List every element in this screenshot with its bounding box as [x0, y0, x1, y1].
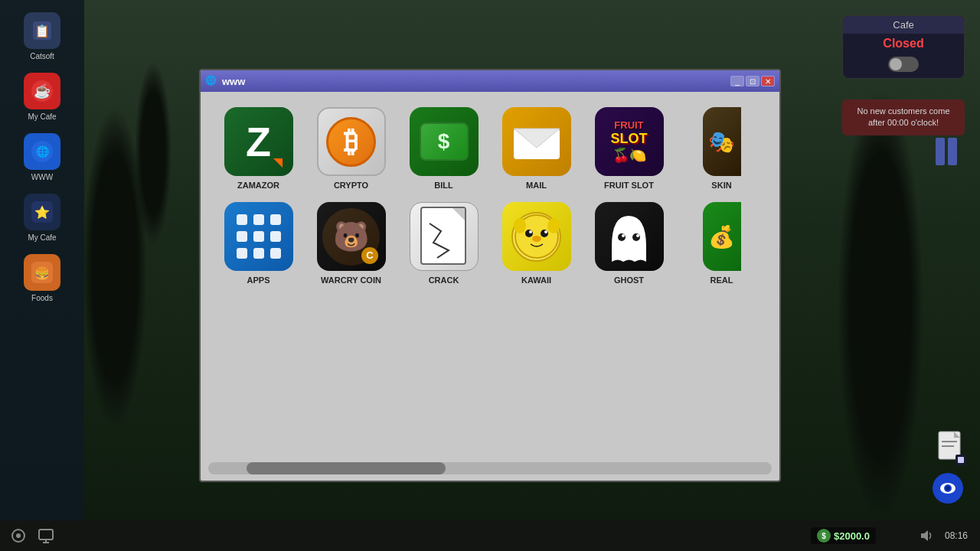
catsoft-icon: 📋 — [30, 18, 54, 43]
window-content: Z ZAMAZOR ₿ CRYPTO — [201, 92, 779, 462]
app-fruitslot[interactable]: FRUIT SLOT 🍒🍋 FRUIT SLOT — [586, 107, 671, 190]
svg-point-30 — [618, 233, 626, 241]
app-real[interactable]: 💰 REAL — [679, 202, 764, 285]
svg-point-33 — [636, 234, 639, 237]
zamazor-label: ZAMAZOR — [237, 181, 279, 190]
sidebar-item-mycafe[interactable]: ☕ My Cafe — [10, 68, 75, 126]
taskbar-settings-icon[interactable] — [8, 525, 29, 546]
svg-point-35 — [16, 533, 21, 538]
mycafe2-icon: ⭐ — [28, 198, 56, 226]
close-button[interactable]: ✕ — [761, 76, 775, 86]
cafe-status: Closed — [843, 34, 964, 54]
warcry-icon: 🐻 C — [317, 202, 386, 271]
pause-button[interactable] — [936, 138, 957, 165]
cafe-toggle[interactable] — [843, 54, 964, 78]
kawaii-icon — [502, 202, 571, 271]
taskbar-display-icon[interactable] — [35, 525, 57, 546]
taskbar-time: 08:16 — [940, 530, 972, 541]
eye-icon[interactable] — [931, 471, 965, 505]
apps-label: APPS — [247, 276, 270, 285]
sidebar-item-mycafe2[interactable]: ⭐ My Cafe — [10, 189, 75, 246]
pause-bar-left — [936, 138, 945, 165]
svg-text:🌐: 🌐 — [36, 145, 50, 158]
minimize-button[interactable]: _ — [730, 76, 744, 86]
app-apps[interactable]: APPS — [216, 202, 301, 285]
crack-label: CRACK — [429, 276, 459, 285]
svg-text:🍔: 🍔 — [34, 266, 50, 280]
www-window: 🌐 www _ ⊡ ✕ Z ZAMAZOR — [199, 69, 781, 482]
cafe-title: Cafe — [843, 16, 964, 34]
cafe-notice: No new customers come after 00:00 o'cloc… — [842, 99, 965, 135]
sidebar-foods-label: Foods — [31, 294, 53, 302]
taskbar: $ $2000.0 08:16 — [0, 520, 980, 551]
window-scrollbar[interactable] — [208, 462, 772, 474]
svg-point-13 — [946, 486, 950, 491]
svg-rect-36 — [39, 530, 53, 540]
app-warcry[interactable]: 🐻 C WARCRY COIN — [309, 202, 394, 285]
apps-icon — [224, 202, 293, 271]
sidebar: 📋 Catsoft ☕ My Cafe 🌐 WWW ⭐ — [0, 0, 84, 520]
svg-rect-16 — [942, 441, 957, 442]
svg-point-26 — [541, 230, 548, 237]
foods-icon: 🍔 — [28, 259, 56, 286]
skin-icon: 🎭 — [703, 107, 741, 176]
crack-svg — [422, 208, 466, 265]
pause-bar-right — [948, 138, 957, 165]
svg-point-23 — [514, 218, 526, 233]
sidebar-item-www[interactable]: 🌐 WWW — [10, 129, 75, 186]
svg-text:⭐: ⭐ — [34, 205, 50, 220]
ghost-icon — [595, 202, 664, 271]
toggle-track[interactable] — [888, 57, 919, 72]
bill-icon: $ — [410, 107, 479, 176]
audio-icon — [919, 528, 934, 543]
money-amount: $2000.0 — [834, 530, 870, 542]
app-crack[interactable]: CRACK — [401, 202, 486, 285]
svg-point-29 — [532, 236, 541, 242]
window-controls: _ ⊡ ✕ — [730, 76, 775, 86]
app-bill[interactable]: $ BILL — [401, 107, 486, 190]
app-zamazor[interactable]: Z ZAMAZOR — [216, 107, 301, 190]
app-crypto[interactable]: ₿ CRYPTO — [309, 107, 394, 190]
apps-dots — [230, 208, 287, 265]
ghost-svg — [604, 208, 654, 266]
app-skin[interactable]: 🎭 SKIN — [679, 107, 764, 190]
money-icon: $ — [817, 529, 831, 543]
svg-point-28 — [544, 230, 547, 233]
app-kawaii[interactable]: Kawaii — [494, 202, 579, 285]
mail-svg — [510, 121, 564, 163]
maximize-button[interactable]: ⊡ — [746, 76, 760, 86]
ghost-label: GHOST — [614, 276, 644, 285]
app-grid: Z ZAMAZOR ₿ CRYPTO — [216, 107, 764, 285]
mail-label: MAIL — [526, 181, 547, 190]
scrollbar-thumb[interactable] — [247, 462, 446, 474]
mycafe-icon: ☕ — [28, 77, 56, 105]
sidebar-mycafe2-label: My Cafe — [28, 233, 56, 242]
real-label: REAL — [710, 276, 733, 285]
window-titlebar: 🌐 www _ ⊡ ✕ — [201, 70, 779, 92]
real-icon: 💰 — [703, 202, 741, 271]
svg-text:📋: 📋 — [34, 24, 50, 38]
settings-gear-icon — [10, 527, 27, 544]
mail-icon — [502, 107, 571, 176]
sidebar-item-catsoft[interactable]: 📋 Catsoft — [10, 8, 75, 65]
sidebar-mycafe-label: My Cafe — [28, 112, 56, 121]
crypto-icon: ₿ — [317, 107, 386, 176]
kawaii-label: Kawaii — [521, 276, 551, 285]
zamazor-icon: Z — [224, 107, 293, 176]
svg-point-31 — [632, 233, 640, 241]
app-ghost[interactable]: GHOST — [586, 202, 671, 285]
sidebar-item-foods[interactable]: 🍔 Foods — [10, 249, 75, 307]
document-icon[interactable] — [933, 429, 971, 467]
svg-point-32 — [622, 234, 625, 237]
cafe-panel: Cafe Closed — [842, 15, 965, 79]
kawaii-face — [511, 212, 561, 262]
display-icon — [38, 527, 54, 544]
svg-marker-39 — [921, 530, 928, 541]
app-mail[interactable]: MAIL — [494, 107, 579, 190]
fruitslot-icon: FRUIT SLOT 🍒🍋 — [595, 107, 664, 176]
warcry-img: 🐻 C — [322, 208, 380, 266]
taskbar-audio[interactable] — [919, 528, 934, 543]
www-sidebar-icon: 🌐 — [28, 138, 56, 165]
svg-point-27 — [529, 230, 532, 233]
btc-circle: ₿ — [326, 117, 376, 167]
